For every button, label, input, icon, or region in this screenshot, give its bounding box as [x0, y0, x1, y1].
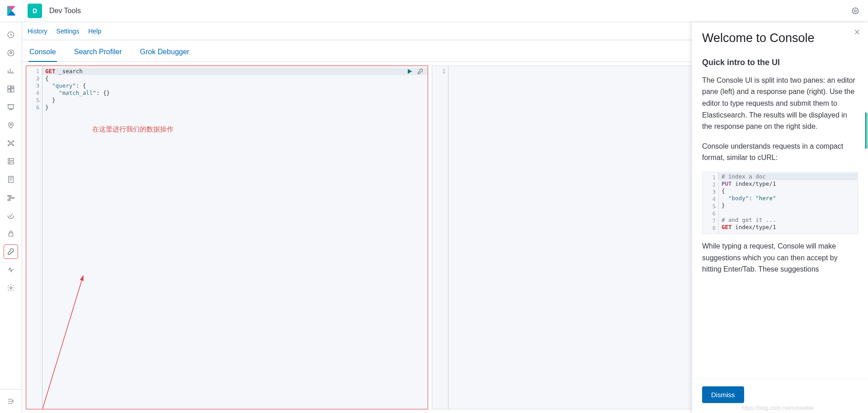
tab-grok-debugger[interactable]: Grok Debugger	[139, 42, 190, 61]
svg-rect-15	[8, 159, 14, 161]
nav-discover-icon[interactable]	[4, 46, 18, 60]
svg-line-25	[42, 276, 83, 409]
svg-rect-21	[9, 197, 14, 198]
link-history[interactable]: History	[28, 28, 47, 35]
nav-devtools-icon[interactable]	[4, 244, 18, 259]
app-chip: D	[28, 4, 42, 18]
editor-gutter: 1 2▾ 3▾ 4 5▴ 6▴	[26, 66, 42, 409]
svg-point-18	[9, 163, 10, 163]
nav-monitoring-icon[interactable]	[4, 263, 18, 277]
left-nav	[0, 22, 22, 413]
nav-uptime-icon[interactable]	[4, 208, 18, 223]
intro-paragraph-1: The Console UI is split into two panes: …	[702, 75, 858, 132]
run-icon[interactable]	[406, 68, 413, 77]
nav-management-icon[interactable]	[4, 281, 18, 295]
svg-point-3	[8, 50, 14, 56]
svg-point-1	[854, 10, 857, 12]
dismiss-button[interactable]: Dismiss	[702, 386, 744, 403]
watermark: https://blog.csdn.net/runewbie	[742, 405, 814, 411]
nav-ml-icon[interactable]	[4, 136, 18, 150]
svg-rect-22	[8, 200, 10, 201]
svg-rect-7	[8, 89, 10, 92]
editor-annotation: 在这里进行我们的数据操作	[92, 126, 174, 133]
close-icon[interactable]	[854, 28, 862, 37]
intro-code-sample: 1 2 3▾ 4 5▴ 6 7 8 # index a doc PUT inde…	[702, 172, 858, 234]
svg-rect-5	[11, 86, 14, 88]
flyout-body[interactable]: Quick intro to the UI The Console UI is …	[692, 52, 868, 379]
svg-rect-8	[8, 105, 14, 109]
editor-code[interactable]: GET _search { "query": { "match_all": {}…	[42, 66, 428, 409]
nav-canvas-icon[interactable]	[4, 100, 18, 114]
main-shell: History Settings Help Console Search Pro…	[0, 22, 868, 413]
nav-siem-icon[interactable]	[4, 226, 18, 241]
editor-pane[interactable]: 1 2▾ 3▾ 4 5▴ 6▴ GET _search { "query": {	[26, 66, 428, 409]
intro-paragraph-2: Console understands requests in a compac…	[702, 141, 858, 164]
svg-point-17	[9, 160, 10, 160]
flyout-scrollbar[interactable]	[865, 113, 868, 149]
svg-rect-19	[9, 176, 14, 183]
editor-actions	[406, 68, 424, 77]
top-header: D Dev Tools	[0, 0, 868, 22]
nav-visualize-icon[interactable]	[4, 64, 18, 78]
annotation-arrow	[42, 206, 119, 409]
svg-rect-6	[11, 89, 14, 92]
nav-apm-icon[interactable]	[4, 190, 18, 205]
link-help[interactable]: Help	[88, 28, 101, 35]
svg-rect-4	[8, 86, 10, 89]
intro-heading: Quick intro to the UI	[702, 56, 858, 69]
svg-point-9	[10, 124, 12, 126]
feedback-icon[interactable]	[850, 5, 861, 16]
tab-console[interactable]: Console	[28, 42, 57, 61]
app-title: Dev Tools	[49, 7, 81, 15]
nav-dashboard-icon[interactable]	[4, 82, 18, 96]
link-settings[interactable]: Settings	[57, 28, 80, 35]
svg-rect-20	[8, 196, 11, 197]
nav-logs-icon[interactable]	[4, 172, 18, 187]
nav-collapse-icon[interactable]	[4, 394, 18, 408]
svg-rect-23	[9, 233, 13, 237]
svg-point-24	[10, 287, 12, 289]
kibana-logo[interactable]	[0, 0, 22, 22]
nav-maps-icon[interactable]	[4, 118, 18, 132]
nav-infra-icon[interactable]	[4, 154, 18, 169]
wrench-icon[interactable]	[417, 68, 424, 77]
response-gutter: 1	[432, 66, 448, 409]
svg-rect-16	[8, 162, 14, 164]
tab-search-profiler[interactable]: Search Profiler	[73, 42, 123, 61]
welcome-flyout: Welcome to Console Quick intro to the UI…	[692, 22, 868, 413]
intro-paragraph-3: While typing a request, Console will mak…	[702, 240, 858, 275]
flyout-title: Welcome to Console	[702, 31, 850, 45]
nav-recent-icon[interactable]	[4, 28, 18, 42]
